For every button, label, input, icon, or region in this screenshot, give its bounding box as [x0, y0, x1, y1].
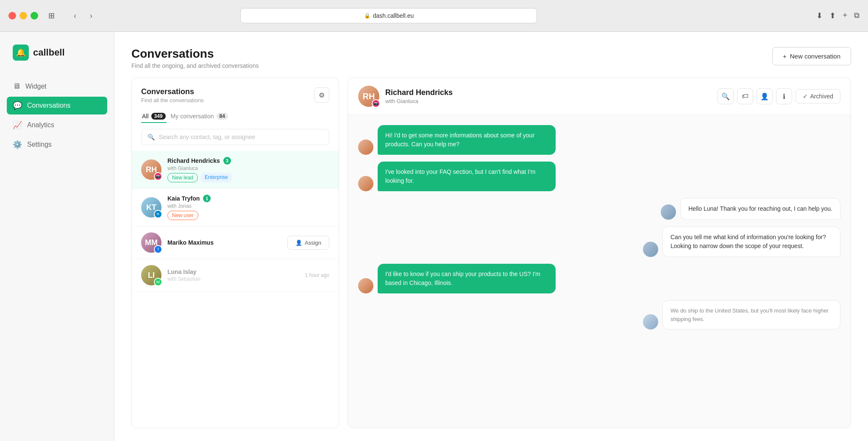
unread-badge: 3 [223, 157, 231, 165]
conversations-list: RH 📷 Richard Hendricks 3 with Gianluca N… [132, 151, 339, 428]
message-bubble: Can you tell me what kind of information… [662, 226, 840, 257]
message-text: I'd like to know if you can ship your pr… [385, 271, 540, 286]
customer-avatar [358, 140, 373, 155]
list-item[interactable]: MM f Mariko Maximus 👤 Assign [132, 226, 339, 259]
url-text: dash.callbell.eu [373, 12, 414, 19]
message-row: I'd like to know if you can ship your pr… [358, 264, 840, 293]
settings-icon: ⚙️ [13, 140, 22, 149]
assign-person-icon: 👤 [295, 240, 302, 246]
forward-btn[interactable]: › [85, 9, 97, 22]
conversations-icon: 💬 [13, 101, 22, 110]
contact-name: Luna Islay [167, 268, 196, 275]
chat-avatar-wrap: RH 📷 [358, 86, 379, 107]
conv-time: 1 hour ago [305, 272, 329, 278]
sidebar-item-analytics[interactable]: 📈 Analytics [7, 116, 107, 134]
maximize-btn[interactable] [31, 12, 38, 20]
conv-info: Richard Hendricks 3 with Gianluca New le… [167, 157, 329, 182]
conv-name: Luna Islay [167, 268, 299, 275]
sidebar-item-label-analytics: Analytics [27, 121, 54, 129]
message-text: Can you tell me what kind of information… [670, 234, 826, 249]
customer-avatar [358, 278, 373, 293]
tab-my-badge: 84 [217, 113, 228, 120]
logo-area: 🔔 callbell [0, 45, 114, 78]
conv-info: Mariko Maximus [167, 239, 281, 246]
share-icon[interactable]: ⬆ [829, 11, 836, 20]
customer-avatar [358, 176, 373, 191]
checkmark-icon: ✓ [803, 93, 808, 100]
sidebar-item-conversations[interactable]: 💬 Conversations [7, 97, 107, 114]
conv-tags: New user [167, 211, 329, 220]
tab-all-badge: 349 [151, 113, 166, 120]
new-conversation-button[interactable]: + New conversation [772, 47, 851, 65]
traffic-lights [8, 12, 38, 20]
chat-search-button[interactable]: 🔍 [718, 88, 734, 104]
message-bubble: Hi! I'd to get some more informations ab… [378, 125, 556, 155]
chat-info: Richard Hendricks with Gianluca [385, 88, 712, 104]
chat-tag-button[interactable]: 🏷 [737, 88, 753, 104]
tab-my-conversations[interactable]: My conversation 84 [170, 110, 229, 123]
conv-name: Mariko Maximus [167, 239, 281, 246]
browser-actions: ⬇ ⬆ + ⧉ [816, 11, 860, 20]
tag-new-user: New user [167, 211, 198, 220]
sidebar-item-widget[interactable]: 🖥 Widget [7, 78, 107, 95]
message-bubble: I'd like to know if you can ship your pr… [378, 264, 556, 293]
tag-enterprise: Enterprise [200, 173, 232, 182]
download-icon[interactable]: ⬇ [816, 11, 823, 20]
logo-text: callbell [33, 47, 65, 58]
assign-button[interactable]: 👤 Assign [287, 236, 329, 250]
sidebar-item-settings[interactable]: ⚙️ Settings [7, 136, 107, 154]
conv-sub: with Gianluca [167, 165, 329, 171]
new-conversation-label: New conversation [790, 53, 840, 60]
conversations-panel: Conversations Find all the conversations… [131, 78, 339, 428]
sidebar-toggle-btn[interactable]: ⊞ [45, 9, 58, 22]
messenger-icon: f [154, 245, 162, 254]
tabs-icon[interactable]: ⧉ [854, 11, 860, 20]
sidebar-item-label-widget: Widget [25, 83, 47, 90]
chat-info-button[interactable]: ℹ [776, 88, 792, 104]
tabs-row: All 349 My conversation 84 [132, 103, 339, 123]
message-row: Hello Luna! Thank you for reaching out, … [358, 198, 840, 220]
whatsapp-icon: W [154, 278, 162, 286]
message-bubble: We do ship to the United States, but you… [662, 300, 840, 329]
close-btn[interactable] [8, 12, 16, 20]
message-bubble: I've looked into your FAQ section, but I… [378, 162, 556, 191]
address-bar[interactable]: 🔒 dash.callbell.eu [240, 8, 537, 23]
avatar-wrap: KT ✈ [141, 197, 161, 218]
archived-button[interactable]: ✓ Archived [796, 89, 840, 103]
list-item[interactable]: KT ✈ Kaia Tryfon 1 with Jonas New user [132, 189, 339, 226]
add-tab-icon[interactable]: + [843, 11, 847, 20]
conv-info: Kaia Tryfon 1 with Jonas New user [167, 195, 329, 220]
analytics-icon: 📈 [13, 120, 22, 130]
agent-avatar [643, 314, 658, 329]
page-subtitle: Find all the ongoing, and archived conve… [131, 62, 259, 69]
telegram-icon: ✈ [154, 210, 162, 218]
panel-settings-button[interactable]: ⚙ [314, 87, 329, 103]
message-row: We do ship to the United States, but you… [358, 300, 840, 329]
chat-assign-button[interactable]: 👤 [757, 88, 773, 104]
unread-badge: 1 [203, 195, 211, 202]
panel-subtitle: Find all the conversations [141, 97, 203, 103]
archived-label: Archived [810, 93, 833, 100]
browser-nav: ‹ › [69, 9, 97, 22]
search-bar[interactable]: 🔍 Search any contact, tag, or assignee [141, 129, 329, 145]
avatar-wrap: MM f [141, 232, 161, 253]
chat-panel: RH 📷 Richard Hendricks with Gianluca 🔍 🏷 [348, 78, 851, 428]
conv-tags: New lead Enterprise [167, 173, 329, 182]
panel-header: Conversations Find all the conversations… [132, 78, 339, 103]
nav-items: 🖥 Widget 💬 Conversations 📈 Analytics ⚙️ … [0, 78, 114, 154]
widget-icon: 🖥 [13, 82, 20, 91]
minimize-btn[interactable] [19, 12, 27, 20]
sidebar-item-label-conversations: Conversations [27, 102, 70, 109]
page-title: Conversations [131, 47, 259, 61]
message-row: I've looked into your FAQ section, but I… [358, 162, 840, 191]
list-item[interactable]: RH 📷 Richard Hendricks 3 with Gianluca N… [132, 151, 339, 189]
conv-name: Kaia Tryfon 1 [167, 195, 329, 202]
tab-all-label: All [142, 113, 149, 120]
tag-new-lead: New lead [167, 173, 198, 182]
tag-icon: 🏷 [742, 92, 748, 100]
tab-all[interactable]: All 349 [141, 110, 167, 123]
avatar-wrap: LI W [141, 265, 161, 285]
message-text: I've looked into your FAQ section, but I… [385, 168, 535, 184]
list-item[interactable]: LI W Luna Islay with Sebastian 1 hour ag… [132, 259, 339, 292]
back-btn[interactable]: ‹ [69, 9, 81, 22]
